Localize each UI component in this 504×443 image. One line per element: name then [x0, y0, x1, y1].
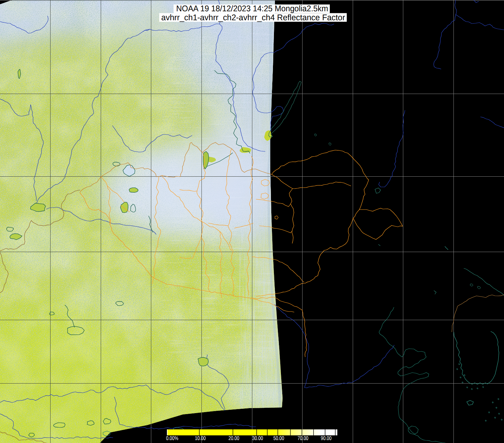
svg-text:0.00%: 0.00% — [166, 435, 178, 441]
svg-text:70.00: 70.00 — [298, 435, 309, 441]
svg-text:30.00: 30.00 — [252, 435, 263, 441]
svg-text:10.00: 10.00 — [195, 435, 206, 441]
svg-text:avhrr_ch1-avhrr_ch2-avhrr_ch4: avhrr_ch1-avhrr_ch2-avhrr_ch4 Reflectanc… — [161, 13, 345, 22]
svg-text:90.00: 90.00 — [321, 435, 332, 441]
svg-text:50.00: 50.00 — [273, 435, 284, 441]
svg-text:20.00: 20.00 — [228, 435, 239, 441]
svg-text:NOAA 19 18/12/2023 14:25 Mongo: NOAA 19 18/12/2023 14:25 Mongolia2.5km — [176, 4, 328, 13]
